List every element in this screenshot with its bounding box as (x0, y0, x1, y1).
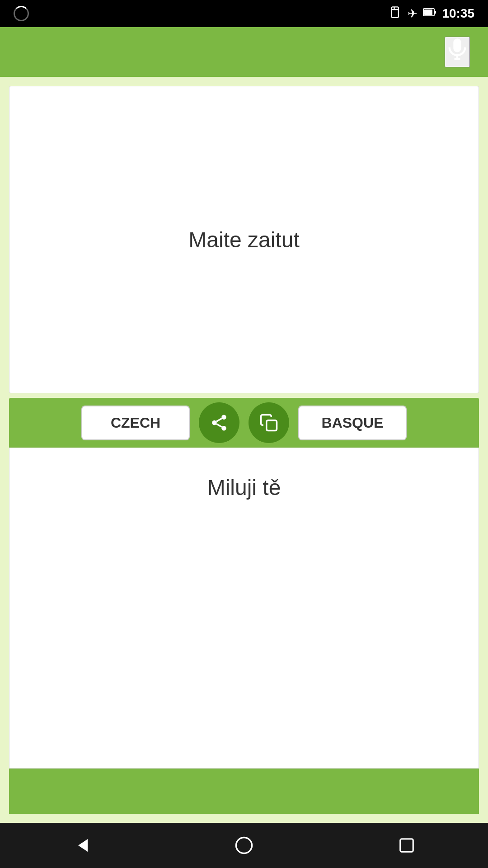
status-time: 10:35 (442, 6, 474, 21)
svg-point-6 (221, 415, 226, 420)
status-bar-right: ✈ 10:35 (389, 6, 474, 21)
app-bar (0, 27, 488, 77)
input-text: Maite zaitut (188, 227, 299, 252)
svg-point-8 (221, 426, 226, 431)
copy-button[interactable] (249, 402, 289, 443)
recent-apps-button[interactable] (389, 827, 425, 863)
svg-rect-5 (434, 11, 436, 14)
target-language-button[interactable]: BASQUE (298, 406, 407, 440)
status-bar: ✈ 10:35 (0, 0, 488, 27)
svg-point-7 (212, 420, 217, 425)
svg-rect-14 (400, 839, 413, 852)
home-button[interactable] (226, 827, 262, 863)
output-text: Miluji tě (207, 475, 281, 500)
airplane-icon: ✈ (408, 7, 418, 21)
share-button[interactable] (199, 402, 239, 443)
svg-rect-0 (392, 7, 399, 17)
back-button[interactable] (63, 827, 99, 863)
svg-rect-4 (424, 9, 432, 15)
output-area: Miluji tě (9, 448, 479, 769)
bottom-green-bar (9, 769, 479, 814)
input-area[interactable]: Maite zaitut (9, 86, 479, 393)
nav-bar (0, 823, 488, 868)
svg-point-13 (236, 838, 252, 854)
svg-marker-12 (78, 839, 88, 852)
main-content: Maite zaitut CZECH BASQUE Miluji tě (0, 77, 488, 823)
svg-line-9 (216, 424, 222, 427)
spinner-icon (14, 6, 29, 21)
sim-icon (389, 6, 402, 21)
source-language-button[interactable]: CZECH (81, 406, 190, 440)
microphone-button[interactable] (445, 37, 470, 67)
battery-icon (423, 7, 436, 21)
svg-line-10 (216, 418, 222, 421)
status-bar-left (14, 6, 29, 21)
svg-rect-11 (267, 420, 277, 431)
controls-bar: CZECH BASQUE (9, 398, 479, 448)
